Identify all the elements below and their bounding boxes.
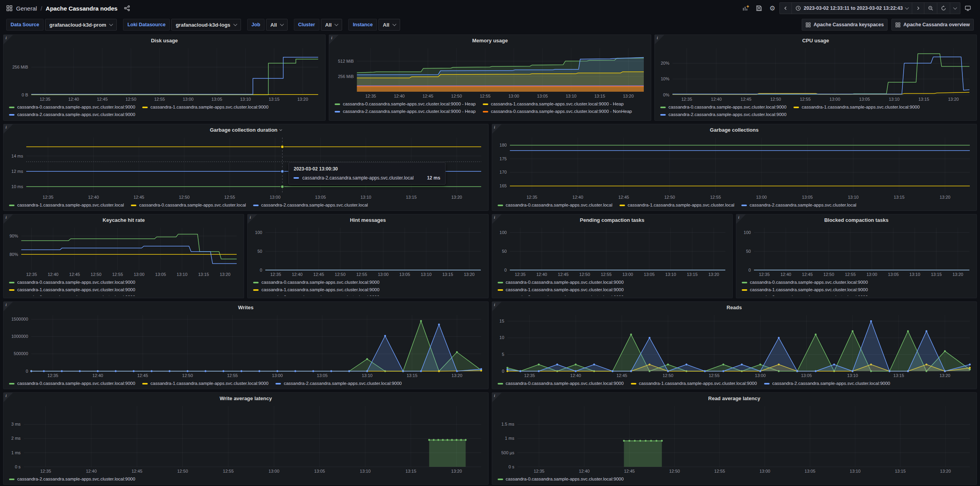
panel-info-icon[interactable] xyxy=(492,214,502,224)
panel-title[interactable]: Blocked compaction tasks xyxy=(740,216,973,225)
legend-item[interactable]: cassandra-2.cassandra.sample-apps.svc.cl… xyxy=(9,294,239,296)
chart-canvas[interactable]: 12:3512:4012:4512:5012:5513:0013:0513:10… xyxy=(7,312,484,379)
panel-title[interactable]: CPU usage xyxy=(659,36,973,45)
refresh-interval-dropdown[interactable] xyxy=(950,2,960,14)
panel-title[interactable]: Write average latency xyxy=(7,394,484,403)
chart-canvas[interactable]: 12:3512:4012:4512:5012:5513:0013:0513:10… xyxy=(252,225,484,278)
chart-canvas[interactable]: 12:3512:4012:4512:5012:5513:0013:0513:10… xyxy=(496,312,973,379)
chart-canvas[interactable]: 12:3512:4012:4512:5012:5513:0013:0513:10… xyxy=(333,45,647,100)
legend-item[interactable]: cassandra-0.cassandra.sample-apps.svc.cl… xyxy=(253,279,483,286)
panel-info-icon[interactable] xyxy=(736,214,746,224)
legend-item[interactable]: cassandra-0.cassandra.sample-apps.svc.cl… xyxy=(660,103,786,111)
legend-label: cassandra-2.cassandra.sample-apps.svc.cl… xyxy=(261,294,379,296)
legend-item[interactable]: cassandra-1.cassandra.sample-apps.svc.cl… xyxy=(631,380,757,387)
chart-canvas[interactable]: 12:3512:4012:4512:5012:5513:0013:0513:10… xyxy=(740,225,973,278)
panel-info-icon[interactable] xyxy=(655,35,664,44)
breadcrumb-folder[interactable]: General xyxy=(16,5,37,12)
add-panel-button[interactable] xyxy=(740,2,752,14)
legend-item[interactable]: cassandra-0.cassandra.sample-apps.svc.cl… xyxy=(498,201,612,209)
legend-item[interactable]: cassandra-0.cassandra.sample-apps.svc.cl… xyxy=(742,279,972,286)
panel-info-icon[interactable] xyxy=(4,35,13,44)
legend-item[interactable]: cassandra-2.cassandra.sample-apps.svc.cl… xyxy=(742,294,972,296)
panel-info-icon[interactable] xyxy=(492,124,502,134)
panel-title[interactable]: Disk usage xyxy=(7,36,321,45)
panel-title[interactable]: Read average latency xyxy=(496,394,973,403)
panel-title[interactable]: Garbage collection duration xyxy=(7,125,484,134)
variable-value-dropdown[interactable]: grafanacloud-k3d-prom xyxy=(45,19,117,31)
svg-text:12:55: 12:55 xyxy=(708,373,719,378)
legend-item[interactable]: cassandra-1.cassandra.sample-apps.svc.cl… xyxy=(483,100,624,108)
legend-item[interactable]: cassandra-2.cassandra.sample-apps.svc.cl… xyxy=(764,380,890,387)
time-range-picker[interactable]: 2023-03-02 12:33:11 to 2023-03-02 13:22:… xyxy=(792,2,912,14)
share-button[interactable] xyxy=(121,2,133,14)
legend-label: cassandra-2.cassandra.sample-apps.svc.cl… xyxy=(17,475,135,482)
panel-info-icon[interactable] xyxy=(4,124,13,134)
legend-item[interactable]: cassandra-2.cassandra.sample-apps.svc.cl… xyxy=(660,111,786,118)
panel-title[interactable]: Memory usage xyxy=(333,36,647,45)
legend-item[interactable]: cassandra-2.cassandra.sample-apps.svc.cl… xyxy=(253,294,483,296)
legend-item[interactable]: cassandra-2.cassandra.sample-apps.svc.cl… xyxy=(9,475,135,482)
variable-value-dropdown[interactable]: All xyxy=(379,19,400,31)
legend-item[interactable]: cassandra-1.cassandra.sample-apps.svc.cl… xyxy=(142,103,268,111)
legend-item[interactable]: cassandra-1.cassandra.sample-apps.svc.cl… xyxy=(142,380,268,387)
legend-item[interactable]: cassandra-0.cassandra.sample-apps.svc.cl… xyxy=(483,108,632,115)
legend-item[interactable]: cassandra-2.cassandra.sample-apps.svc.cl… xyxy=(498,294,728,296)
panel-info-icon[interactable] xyxy=(248,214,257,224)
legend-item[interactable]: cassandra-0.cassandra.sample-apps.svc.cl… xyxy=(9,279,239,286)
chart-canvas[interactable]: 12:3512:4012:4512:5012:5513:0013:0513:10… xyxy=(659,45,973,103)
legend-item[interactable]: cassandra-2.cassandra.sample-apps.svc.cl… xyxy=(253,201,368,209)
legend-item[interactable]: cassandra-0.cassandra.sample-apps.svc.cl… xyxy=(498,380,624,387)
panel-info-icon[interactable] xyxy=(4,214,13,224)
panel-title[interactable]: Hint messages xyxy=(252,216,484,225)
chart-canvas[interactable]: 12:3512:4012:4512:5012:5513:0013:0513:10… xyxy=(496,134,973,201)
zoom-out-button[interactable] xyxy=(924,2,937,14)
legend-item[interactable]: cassandra-0.cassandra.sample-apps.svc.cl… xyxy=(131,201,246,209)
save-dashboard-button[interactable] xyxy=(753,2,765,14)
panel-title[interactable]: Reads xyxy=(496,303,973,312)
chevron-down-icon xyxy=(280,22,284,26)
panel-title[interactable]: Garbage collections xyxy=(496,125,973,134)
chart-canvas[interactable]: 12:3512:4012:4512:5012:5513:0013:0513:10… xyxy=(7,403,484,475)
legend-item[interactable]: cassandra-0.cassandra.sample-apps.svc.cl… xyxy=(9,380,135,387)
chart-canvas[interactable]: 12:3512:4012:4512:5012:5513:0013:0513:10… xyxy=(7,45,321,103)
chart-canvas[interactable]: 12:3512:4012:4512:5012:5513:0013:0513:10… xyxy=(496,403,973,475)
legend-item[interactable]: cassandra-1.cassandra.sample-apps.svc.cl… xyxy=(793,103,920,111)
legend-item[interactable]: cassandra-1.cassandra.sample-apps.svc.cl… xyxy=(620,201,734,209)
panel-title[interactable]: Pending compaction tasks xyxy=(496,216,728,225)
panel-info-icon[interactable] xyxy=(329,35,339,44)
chart-canvas[interactable]: 12:3512:4012:4512:5012:5513:0013:0513:10… xyxy=(7,134,484,201)
legend-item[interactable]: cassandra-2.cassandra.sample-apps.svc.cl… xyxy=(335,108,476,115)
panel-info-icon[interactable] xyxy=(492,393,502,402)
variable-value-dropdown[interactable]: grafanacloud-k3d-logs xyxy=(171,19,241,31)
panel-info-icon[interactable] xyxy=(4,302,13,311)
legend-item[interactable]: cassandra-0.cassandra.sample-apps.svc.cl… xyxy=(9,103,135,111)
legend-item[interactable]: cassandra-2.cassandra.sample-apps.svc.cl… xyxy=(9,111,135,118)
time-range-back-button[interactable] xyxy=(779,2,792,14)
chart-svg: 12:3512:4012:4512:5012:5513:0013:0513:10… xyxy=(333,45,647,100)
legend-item[interactable]: cassandra-1.cassandra.sample-apps.svc.cl… xyxy=(498,286,728,294)
variable-value-dropdown[interactable]: All xyxy=(321,19,342,31)
chart-canvas[interactable]: 12:3512:4012:4512:5012:5513:0013:0513:10… xyxy=(7,225,240,278)
tv-mode-button[interactable] xyxy=(962,2,974,14)
panel-title[interactable]: Keycache hit rate xyxy=(7,216,240,225)
svg-text:1 ms: 1 ms xyxy=(505,436,514,441)
time-range-forward-button[interactable] xyxy=(912,2,924,14)
legend-item[interactable]: cassandra-1.cassandra.sample-apps.svc.cl… xyxy=(9,201,124,209)
panel-info-icon[interactable] xyxy=(492,302,502,311)
refresh-button[interactable] xyxy=(937,2,950,14)
legend-item[interactable]: cassandra-1.cassandra.sample-apps.svc.cl… xyxy=(9,286,239,294)
panel-title[interactable]: Writes xyxy=(7,303,484,312)
dashboard-link-overview[interactable]: Apache Cassandra overview xyxy=(891,19,974,31)
legend-item[interactable]: cassandra-0.cassandra.sample-apps.svc.cl… xyxy=(335,100,476,108)
legend-item[interactable]: cassandra-1.cassandra.sample-apps.svc.cl… xyxy=(253,286,483,294)
legend-item[interactable]: cassandra-0.cassandra.sample-apps.svc.cl… xyxy=(498,279,728,286)
legend-item[interactable]: cassandra-2.cassandra.sample-apps.svc.cl… xyxy=(275,380,402,387)
variable-value-dropdown[interactable]: All xyxy=(266,19,288,31)
chart-canvas[interactable]: 12:3512:4012:4512:5012:5513:0013:0513:10… xyxy=(496,225,728,278)
dashboard-link-keyspaces[interactable]: Apache Cassandra keyspaces xyxy=(802,19,888,31)
legend-item[interactable]: cassandra-1.cassandra.sample-apps.svc.cl… xyxy=(742,286,972,294)
legend-item[interactable]: cassandra-2.cassandra.sample-apps.svc.cl… xyxy=(741,201,856,209)
legend-item[interactable]: cassandra-0.cassandra.sample-apps.svc.cl… xyxy=(498,475,624,482)
dashboard-settings-button[interactable]: ⚙ xyxy=(766,2,778,14)
panel-info-icon[interactable] xyxy=(4,393,13,402)
